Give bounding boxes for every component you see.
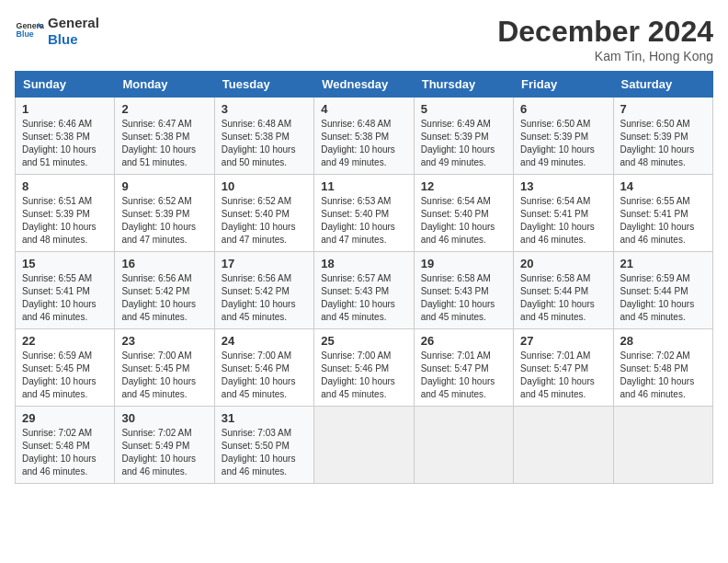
day-number: 18 (321, 257, 406, 270)
day-number: 25 (321, 334, 406, 348)
day-info: Sunrise: 6:50 AMSunset: 5:39 PMDaylight:… (620, 118, 706, 169)
day-info: Sunrise: 6:55 AMSunset: 5:41 PMDaylight:… (620, 195, 706, 247)
table-row: 8Sunrise: 6:51 AMSunset: 5:39 PMDaylight… (16, 175, 115, 252)
table-row (514, 407, 613, 484)
table-row: 7Sunrise: 6:50 AMSunset: 5:39 PMDaylight… (613, 98, 712, 175)
day-number: 11 (321, 179, 406, 193)
day-number: 23 (121, 334, 207, 348)
table-row: 25Sunrise: 7:00 AMSunset: 5:46 PMDayligh… (314, 329, 414, 407)
day-info: Sunrise: 6:50 AMSunset: 5:39 PMDaylight:… (520, 118, 606, 169)
table-row: 31Sunrise: 7:03 AMSunset: 5:50 PMDayligh… (214, 407, 313, 484)
month-title: December 2024 (497, 15, 713, 49)
day-number: 22 (22, 334, 108, 348)
calendar-week-row: 29Sunrise: 7:02 AMSunset: 5:48 PMDayligh… (16, 407, 713, 484)
table-row: 14Sunrise: 6:55 AMSunset: 5:41 PMDayligh… (613, 175, 712, 252)
day-number: 2 (121, 102, 207, 116)
calendar-header-row: Sunday Monday Tuesday Wednesday Thursday… (16, 72, 713, 98)
calendar-week-row: 15Sunrise: 6:55 AMSunset: 5:41 PMDayligh… (16, 252, 713, 329)
day-info: Sunrise: 6:49 AMSunset: 5:39 PMDaylight:… (421, 118, 506, 169)
day-number: 1 (22, 102, 108, 116)
table-row: 24Sunrise: 7:00 AMSunset: 5:46 PMDayligh… (214, 329, 313, 407)
table-row: 29Sunrise: 7:02 AMSunset: 5:48 PMDayligh… (16, 407, 115, 484)
page-header: General Blue General Blue December 2024 … (15, 15, 713, 63)
day-info: Sunrise: 7:00 AMSunset: 5:45 PMDaylight:… (121, 350, 207, 401)
day-info: Sunrise: 6:52 AMSunset: 5:39 PMDaylight:… (121, 195, 207, 247)
day-info: Sunrise: 6:51 AMSunset: 5:39 PMDaylight:… (22, 195, 108, 247)
day-number: 14 (620, 179, 706, 193)
day-info: Sunrise: 7:02 AMSunset: 5:49 PMDaylight:… (121, 427, 207, 478)
table-row: 23Sunrise: 7:00 AMSunset: 5:45 PMDayligh… (115, 329, 214, 407)
day-number: 30 (121, 411, 207, 425)
table-row: 18Sunrise: 6:57 AMSunset: 5:43 PMDayligh… (314, 252, 414, 329)
location: Kam Tin, Hong Kong (497, 49, 713, 63)
day-number: 3 (222, 102, 307, 116)
day-number: 16 (121, 257, 207, 270)
logo-general: General (48, 15, 99, 31)
logo-blue: Blue (48, 31, 99, 48)
day-info: Sunrise: 7:03 AMSunset: 5:50 PMDaylight:… (222, 427, 307, 478)
table-row: 11Sunrise: 6:53 AMSunset: 5:40 PMDayligh… (314, 175, 414, 252)
day-info: Sunrise: 7:01 AMSunset: 5:47 PMDaylight:… (421, 350, 506, 401)
day-number: 7 (620, 102, 706, 116)
day-number: 5 (421, 102, 506, 116)
logo: General Blue General Blue (15, 15, 99, 48)
day-number: 10 (222, 179, 307, 193)
day-number: 15 (22, 257, 108, 270)
table-row: 22Sunrise: 6:59 AMSunset: 5:45 PMDayligh… (16, 329, 115, 407)
title-block: December 2024 Kam Tin, Hong Kong (497, 15, 713, 63)
day-number: 26 (421, 334, 506, 348)
col-friday: Friday (514, 72, 613, 98)
table-row: 19Sunrise: 6:58 AMSunset: 5:43 PMDayligh… (414, 252, 513, 329)
day-info: Sunrise: 6:56 AMSunset: 5:42 PMDaylight:… (121, 272, 207, 324)
day-number: 27 (520, 334, 606, 348)
table-row: 1Sunrise: 6:46 AMSunset: 5:38 PMDaylight… (16, 98, 115, 175)
day-info: Sunrise: 6:48 AMSunset: 5:38 PMDaylight:… (321, 118, 406, 169)
table-row: 15Sunrise: 6:55 AMSunset: 5:41 PMDayligh… (16, 252, 115, 329)
day-info: Sunrise: 7:02 AMSunset: 5:48 PMDaylight:… (22, 427, 108, 478)
day-number: 9 (121, 179, 207, 193)
day-info: Sunrise: 6:59 AMSunset: 5:45 PMDaylight:… (22, 350, 108, 401)
day-info: Sunrise: 7:00 AMSunset: 5:46 PMDaylight:… (321, 350, 406, 401)
day-info: Sunrise: 6:48 AMSunset: 5:38 PMDaylight:… (222, 118, 307, 169)
col-monday: Monday (115, 72, 214, 98)
col-wednesday: Wednesday (314, 72, 414, 98)
day-info: Sunrise: 6:58 AMSunset: 5:43 PMDaylight:… (421, 272, 506, 324)
day-info: Sunrise: 7:01 AMSunset: 5:47 PMDaylight:… (520, 350, 606, 401)
table-row: 4Sunrise: 6:48 AMSunset: 5:38 PMDaylight… (314, 98, 414, 175)
col-tuesday: Tuesday (214, 72, 313, 98)
day-info: Sunrise: 6:59 AMSunset: 5:44 PMDaylight:… (620, 272, 706, 324)
table-row: 16Sunrise: 6:56 AMSunset: 5:42 PMDayligh… (115, 252, 214, 329)
day-number: 24 (222, 334, 307, 348)
day-info: Sunrise: 6:57 AMSunset: 5:43 PMDaylight:… (321, 272, 406, 324)
day-number: 28 (620, 334, 706, 348)
logo-icon: General Blue (15, 17, 44, 46)
table-row: 2Sunrise: 6:47 AMSunset: 5:38 PMDaylight… (115, 98, 214, 175)
table-row (414, 407, 513, 484)
table-row: 30Sunrise: 7:02 AMSunset: 5:49 PMDayligh… (115, 407, 214, 484)
calendar-week-row: 22Sunrise: 6:59 AMSunset: 5:45 PMDayligh… (16, 329, 713, 407)
svg-text:Blue: Blue (17, 29, 34, 39)
col-sunday: Sunday (16, 72, 115, 98)
table-row: 5Sunrise: 6:49 AMSunset: 5:39 PMDaylight… (414, 98, 513, 175)
day-number: 17 (222, 257, 307, 270)
table-row: 26Sunrise: 7:01 AMSunset: 5:47 PMDayligh… (414, 329, 513, 407)
day-info: Sunrise: 6:46 AMSunset: 5:38 PMDaylight:… (22, 118, 108, 169)
table-row: 3Sunrise: 6:48 AMSunset: 5:38 PMDaylight… (214, 98, 313, 175)
table-row: 6Sunrise: 6:50 AMSunset: 5:39 PMDaylight… (514, 98, 613, 175)
day-number: 6 (520, 102, 606, 116)
day-number: 19 (421, 257, 506, 270)
calendar-table: Sunday Monday Tuesday Wednesday Thursday… (15, 71, 713, 484)
table-row: 28Sunrise: 7:02 AMSunset: 5:48 PMDayligh… (613, 329, 712, 407)
day-info: Sunrise: 6:58 AMSunset: 5:44 PMDaylight:… (520, 272, 606, 324)
day-info: Sunrise: 6:47 AMSunset: 5:38 PMDaylight:… (121, 118, 207, 169)
day-info: Sunrise: 6:53 AMSunset: 5:40 PMDaylight:… (321, 195, 406, 247)
day-number: 13 (520, 179, 606, 193)
table-row: 20Sunrise: 6:58 AMSunset: 5:44 PMDayligh… (514, 252, 613, 329)
day-info: Sunrise: 7:02 AMSunset: 5:48 PMDaylight:… (620, 350, 706, 401)
table-row: 10Sunrise: 6:52 AMSunset: 5:40 PMDayligh… (214, 175, 313, 252)
table-row (613, 407, 712, 484)
col-saturday: Saturday (613, 72, 712, 98)
calendar-week-row: 1Sunrise: 6:46 AMSunset: 5:38 PMDaylight… (16, 98, 713, 175)
day-number: 12 (421, 179, 506, 193)
day-info: Sunrise: 7:00 AMSunset: 5:46 PMDaylight:… (222, 350, 307, 401)
